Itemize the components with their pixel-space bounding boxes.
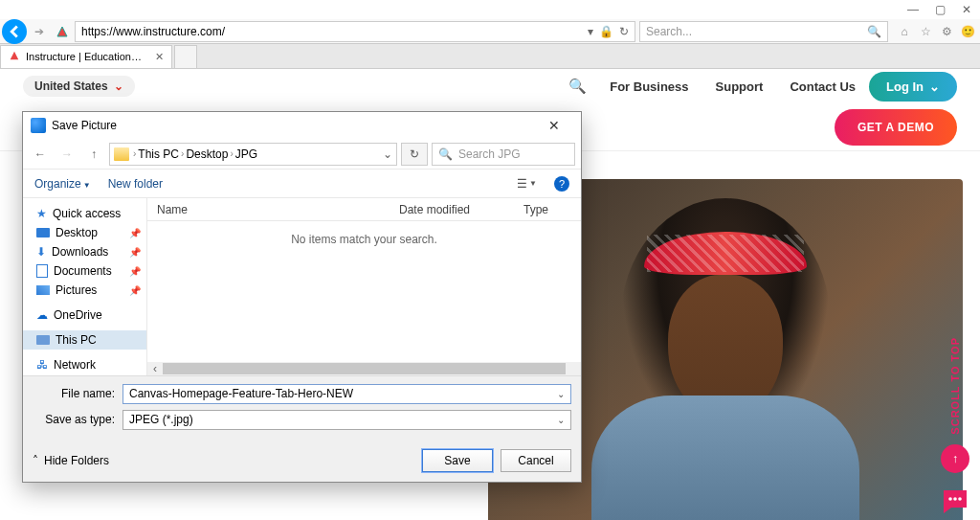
address-bar[interactable]: https://www.instructure.com/ ▾ 🔒 ↻	[75, 21, 635, 42]
organize-menu[interactable]: Organize▼	[34, 177, 91, 191]
site-search-icon[interactable]: 🔍	[568, 78, 587, 95]
col-date[interactable]: Date modified	[390, 203, 514, 216]
chat-icon[interactable]	[938, 485, 972, 519]
dialog-search-input[interactable]: 🔍 Search JPG	[432, 143, 575, 166]
crumb-jpg[interactable]: JPG	[235, 147, 257, 161]
download-icon: ⬇	[36, 245, 46, 259]
tree-pictures[interactable]: Pictures📌	[23, 281, 146, 300]
savetype-select[interactable]: JPEG (*.jpg)⌄	[122, 410, 571, 430]
dialog-up-button[interactable]: ↑	[82, 143, 105, 166]
tree-onedrive[interactable]: ☁OneDrive	[23, 305, 146, 325]
crumb-desktop[interactable]: Desktop	[186, 147, 228, 161]
dialog-close-button[interactable]: ✕	[535, 118, 573, 133]
home-icon[interactable]: ⌂	[896, 25, 913, 38]
filename-label: File name:	[33, 387, 122, 400]
site-topbar: United States ⌄ 🔍 For Business Support C…	[0, 69, 980, 103]
dialog-refresh-button[interactable]: ↻	[401, 143, 428, 166]
cancel-button[interactable]: Cancel	[501, 449, 571, 472]
pin-icon: 📌	[129, 266, 141, 277]
scroll-thumb[interactable]	[163, 363, 566, 374]
tree-documents[interactable]: Documents📌	[23, 261, 146, 281]
chevron-down-icon: ⌄	[114, 79, 123, 93]
filename-input[interactable]: Canvas-Homepage-Feature-Tab-Hero-NEW⌄	[122, 384, 571, 404]
document-icon	[36, 264, 48, 278]
col-name[interactable]: Name	[147, 203, 390, 216]
new-folder-button[interactable]: New folder	[108, 177, 163, 191]
for-business-link[interactable]: For Business	[610, 79, 688, 94]
breadcrumb[interactable]: › This PC › Desktop › JPG ⌄	[109, 143, 397, 166]
tree-quick-access[interactable]: ★Quick access	[23, 204, 146, 223]
file-list: Name Date modified Type No items match y…	[147, 198, 581, 375]
search-icon: 🔍	[438, 147, 453, 161]
svg-point-0	[948, 497, 952, 501]
settings-icon[interactable]: ⚙	[938, 25, 955, 38]
hero-headband	[644, 232, 807, 275]
login-label: Log In	[886, 79, 924, 94]
support-link[interactable]: Support	[716, 79, 764, 94]
smiley-icon[interactable]: 🙂	[959, 25, 976, 38]
save-button[interactable]: Save	[422, 449, 493, 472]
new-tab-button[interactable]	[174, 45, 197, 68]
hide-folders-toggle[interactable]: ˄ Hide Folders	[33, 454, 109, 467]
empty-message: No items match your search.	[147, 221, 581, 362]
tree-desktop[interactable]: Desktop📌	[23, 223, 146, 242]
country-selector[interactable]: United States ⌄	[23, 76, 135, 97]
login-button[interactable]: Log In ⌄	[869, 72, 957, 102]
dropdown-icon[interactable]: ⌄	[557, 389, 565, 399]
browser-search[interactable]: Search... 🔍	[639, 21, 888, 42]
folder-tree: ★Quick access Desktop📌 ⬇Downloads📌 Docum…	[23, 198, 147, 375]
scroll-to-top-label: SCROLL TO TOP	[949, 337, 961, 435]
save-picture-dialog: Save Picture ✕ ← → ↑ › This PC › Desktop…	[22, 111, 582, 483]
window-maximize[interactable]: ▢	[926, 0, 953, 19]
tree-downloads[interactable]: ⬇Downloads📌	[23, 242, 146, 261]
folder-icon	[114, 147, 129, 161]
window-minimize[interactable]: —	[900, 0, 926, 19]
window-close[interactable]: ✕	[953, 0, 980, 19]
chevron-down-icon: ⌄	[929, 79, 940, 94]
tab-strip: Instructure | Educational Soft... ✕	[0, 44, 980, 69]
pin-icon: 📌	[129, 247, 141, 258]
dialog-search-placeholder: Search JPG	[458, 147, 521, 161]
search-placeholder: Search...	[646, 25, 692, 38]
scroll-to-top-button[interactable]: ↑	[941, 444, 969, 473]
pin-icon: 📌	[129, 228, 141, 238]
tab-favicon-icon	[9, 50, 20, 63]
lock-icon: 🔒	[599, 25, 613, 38]
dialog-app-icon	[31, 118, 46, 133]
star-icon: ★	[36, 207, 47, 220]
pin-icon: 📌	[129, 285, 141, 296]
favorites-icon[interactable]: ☆	[917, 25, 934, 38]
tab-title: Instructure | Educational Soft...	[26, 51, 145, 62]
crumb-this-pc[interactable]: This PC	[138, 147, 179, 161]
chevron-right-icon: ›	[181, 148, 184, 159]
dialog-titlebar: Save Picture ✕	[23, 112, 581, 139]
tree-this-pc[interactable]: This PC	[23, 330, 146, 350]
chevron-up-icon: ˄	[33, 454, 38, 467]
contact-link[interactable]: Contact Us	[790, 79, 856, 94]
view-options-button[interactable]: ☰▼	[517, 177, 537, 191]
site-favicon-icon	[54, 23, 71, 40]
back-button[interactable]	[2, 19, 27, 44]
scroll-left-icon[interactable]: ‹	[147, 362, 163, 375]
forward-button[interactable]: ➔	[29, 21, 50, 42]
dialog-title: Save Picture	[52, 119, 117, 132]
dropdown-icon[interactable]: ⌄	[557, 415, 565, 425]
chevron-right-icon: ›	[230, 148, 233, 159]
svg-point-2	[958, 497, 962, 501]
url-text: https://www.instructure.com/	[81, 25, 225, 38]
browser-tab[interactable]: Instructure | Educational Soft... ✕	[0, 45, 172, 68]
tree-network[interactable]: 🖧Network	[23, 355, 146, 374]
help-icon[interactable]: ?	[554, 176, 569, 192]
tab-close-icon[interactable]: ✕	[155, 51, 164, 63]
dialog-forward-button: →	[56, 143, 78, 166]
country-label: United States	[34, 79, 108, 93]
horizontal-scrollbar[interactable]: ‹	[147, 362, 581, 375]
dropdown-icon[interactable]: ▾	[588, 25, 593, 38]
get-demo-button[interactable]: GET A DEMO	[835, 109, 957, 146]
dialog-back-button[interactable]: ←	[29, 143, 52, 166]
breadcrumb-dropdown-icon[interactable]: ⌄	[383, 147, 392, 161]
col-type[interactable]: Type	[514, 203, 581, 216]
refresh-icon[interactable]: ↻	[619, 25, 629, 38]
network-icon: 🖧	[36, 358, 48, 372]
desktop-icon	[36, 228, 50, 237]
